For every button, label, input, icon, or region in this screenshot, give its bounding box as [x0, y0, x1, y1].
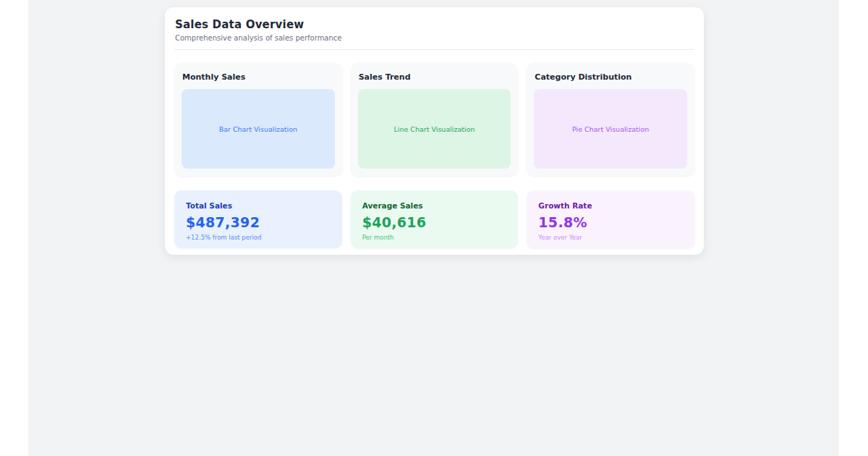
stat-note: +12.5% from last period — [186, 234, 331, 241]
stat-note: Per month — [362, 234, 507, 241]
stat-row: Total Sales $487,392 +12.5% from last pe… — [174, 190, 694, 248]
pie-chart-placeholder-label: Pie Chart Visualization — [572, 125, 649, 133]
chart-card-title: Monthly Sales — [182, 72, 335, 82]
stat-label: Total Sales — [186, 201, 331, 210]
stat-value: $487,392 — [186, 214, 331, 230]
sales-overview-card: Sales Data Overview Comprehensive analys… — [165, 7, 704, 255]
pie-chart-placeholder: Pie Chart Visualization — [534, 89, 687, 169]
stat-card-growth-rate: Growth Rate 15.8% Year over Year — [527, 190, 694, 248]
header-divider — [174, 49, 694, 50]
stat-value: $40,616 — [362, 214, 507, 230]
stat-card-total-sales: Total Sales $487,392 +12.5% from last pe… — [174, 190, 342, 248]
stat-value: 15.8% — [538, 214, 683, 230]
content-panel: Sales Data Overview Comprehensive analys… — [28, 0, 839, 456]
stat-note: Year over Year — [538, 234, 683, 241]
chart-row: Monthly Sales Bar Chart Visualization Sa… — [174, 63, 694, 176]
bar-chart-placeholder: Bar Chart Visualization — [182, 89, 335, 169]
page-subtitle: Comprehensive analysis of sales performa… — [175, 33, 694, 43]
chart-card-title: Sales Trend — [359, 72, 511, 82]
stat-label: Average Sales — [362, 201, 507, 210]
chart-card-title: Category Distribution — [535, 72, 687, 82]
chart-card-sales-trend: Sales Trend Line Chart Visualization — [351, 63, 519, 176]
chart-card-category-distribution: Category Distribution Pie Chart Visualiz… — [527, 63, 694, 176]
page-title: Sales Data Overview — [174, 18, 694, 31]
stat-card-average-sales: Average Sales $40,616 Per month — [351, 190, 519, 248]
line-chart-placeholder: Line Chart Visualization — [358, 89, 511, 169]
chart-card-monthly-sales: Monthly Sales Bar Chart Visualization — [174, 63, 342, 176]
stat-label: Growth Rate — [538, 201, 683, 210]
bar-chart-placeholder-label: Bar Chart Visualization — [219, 125, 297, 133]
line-chart-placeholder-label: Line Chart Visualization — [394, 125, 475, 133]
